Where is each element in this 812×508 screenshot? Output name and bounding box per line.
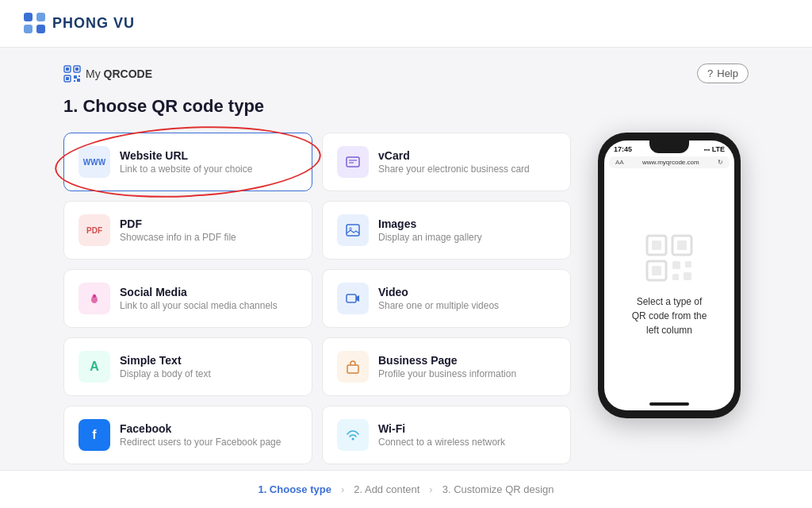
- step-sep-2: ›: [429, 483, 432, 495]
- help-button[interactable]: ? Help: [697, 64, 749, 83]
- svg-rect-8: [74, 80, 75, 82]
- header: PHONG VU: [0, 0, 812, 48]
- images-desc: Display an image gallery: [378, 232, 482, 243]
- vcard-icon: [337, 146, 369, 178]
- phone-content: Select a type ofQR code from theleft col…: [604, 171, 734, 399]
- content-layout: WWW Website URL Link to a website of you…: [63, 133, 749, 464]
- svg-rect-13: [347, 225, 359, 236]
- pdf-icon: PDF: [79, 214, 110, 246]
- qr-card-website-url[interactable]: WWW Website URL Link to a website of you…: [63, 133, 312, 191]
- website-url-icon: WWW: [79, 146, 110, 178]
- svg-rect-16: [347, 294, 356, 302]
- images-icon: [337, 214, 369, 246]
- main-content: My QRCODE ? Help 1. Choose QR code type …: [0, 48, 812, 508]
- phone-browser-bar: AA www.myqrcode.com ↻: [609, 156, 730, 168]
- svg-point-15: [93, 294, 96, 298]
- pdf-desc: Showcase info in a PDF file: [120, 232, 236, 243]
- svg-rect-5: [66, 77, 69, 80]
- svg-point-18: [352, 438, 354, 441]
- social-media-title: Social Media: [120, 286, 278, 298]
- social-media-desc: Link to all your social media channels: [120, 300, 278, 311]
- svg-rect-17: [347, 365, 358, 373]
- website-url-desc: Link to a website of your choice: [120, 164, 252, 175]
- svg-rect-24: [652, 266, 661, 275]
- wifi-desc: Connect to a wireless network: [378, 437, 505, 448]
- qr-card-images[interactable]: Images Display an image gallery: [322, 201, 571, 260]
- logo-dot-4: [36, 25, 45, 33]
- simple-text-text: Simple Text Display a body of text: [120, 354, 211, 379]
- business-page-desc: Profile your business information: [378, 368, 516, 379]
- logo-dot-2: [36, 13, 45, 21]
- qr-card-video[interactable]: Video Share one or multiple videos: [322, 269, 571, 328]
- myqr-qr-icon: [63, 65, 81, 83]
- vcard-title: vCard: [378, 149, 530, 162]
- section-title: 1. Choose QR code type: [63, 96, 749, 117]
- svg-rect-26: [685, 261, 691, 267]
- qr-card-facebook[interactable]: f Facebook Redirect users to your Facebo…: [63, 406, 312, 464]
- qr-card-wifi[interactable]: Wi-Fi Connect to a wireless network: [322, 406, 571, 464]
- simple-text-icon: A: [79, 351, 110, 383]
- pdf-title: PDF: [120, 217, 236, 230]
- svg-rect-20: [652, 241, 661, 250]
- logo-dot-3: [24, 25, 33, 33]
- svg-rect-9: [77, 79, 80, 82]
- facebook-title: Facebook: [120, 422, 281, 435]
- social-media-text: Social Media Link to all your social med…: [120, 286, 278, 311]
- wifi-icon: [337, 419, 369, 451]
- video-text: Video Share one or multiple videos: [378, 286, 499, 311]
- browser-aa: AA: [615, 159, 624, 166]
- video-icon: [337, 283, 369, 314]
- step-1-label: 1. Choose type: [258, 483, 331, 495]
- svg-rect-28: [684, 272, 691, 280]
- qr-card-social-media[interactable]: Social Media Link to all your social med…: [63, 269, 312, 328]
- video-title: Video: [378, 286, 499, 298]
- business-page-icon: [337, 351, 369, 383]
- wifi-text: Wi-Fi Connect to a wireless network: [378, 422, 505, 448]
- business-page-title: Business Page: [378, 354, 516, 367]
- svg-rect-22: [677, 241, 687, 250]
- qr-card-business-page[interactable]: Business Page Profile your business info…: [322, 337, 571, 396]
- svg-rect-7: [79, 75, 80, 77]
- website-url-text: Website URL Link to a website of your ch…: [120, 149, 252, 175]
- phone-mockup: 17:45 ▪▪▪ LTE AA www.myqrcode.com ↻: [590, 133, 749, 464]
- svg-rect-6: [74, 75, 77, 79]
- business-page-text: Business Page Profile your business info…: [378, 354, 516, 379]
- top-bar: My QRCODE ? Help: [63, 64, 749, 83]
- svg-rect-27: [672, 274, 679, 280]
- svg-rect-10: [347, 157, 359, 167]
- facebook-icon: f: [79, 419, 110, 451]
- simple-text-desc: Display a body of text: [120, 368, 211, 379]
- phone-message: Select a type ofQR code from theleft col…: [632, 294, 707, 337]
- browser-url: www.myqrcode.com: [642, 159, 699, 166]
- phone-notch: [649, 140, 689, 153]
- logo-icon: [24, 13, 46, 35]
- svg-rect-1: [66, 67, 69, 71]
- video-desc: Share one or multiple videos: [378, 300, 499, 311]
- myqr-label: My QRCODE: [86, 67, 152, 80]
- qr-placeholder-icon: [645, 234, 693, 282]
- bottom-nav: 1. Choose type › 2. Add content › 3. Cus…: [0, 470, 812, 508]
- phone-outer: 17:45 ▪▪▪ LTE AA www.myqrcode.com ↻: [598, 133, 741, 418]
- svg-rect-25: [672, 261, 680, 269]
- phone-time: 17:45: [614, 145, 632, 153]
- question-icon: ?: [707, 67, 713, 79]
- step-sep-1: ›: [341, 483, 344, 495]
- images-text: Images Display an image gallery: [378, 217, 482, 243]
- qr-type-grid: WWW Website URL Link to a website of you…: [63, 133, 571, 464]
- pdf-text: PDF Showcase info in a PDF file: [120, 217, 236, 243]
- qr-card-vcard[interactable]: vCard Share your electronic business car…: [322, 133, 571, 191]
- logo-dot-1: [24, 13, 33, 21]
- qr-card-pdf[interactable]: PDF PDF Showcase info in a PDF file: [63, 201, 312, 260]
- step-2-label: 2. Add content: [354, 483, 419, 495]
- facebook-desc: Redirect users to your Facebook page: [120, 437, 281, 448]
- facebook-text: Facebook Redirect users to your Facebook…: [120, 422, 281, 448]
- logo: PHONG VU: [24, 13, 135, 35]
- phone-home-indicator: [649, 402, 689, 406]
- images-title: Images: [378, 217, 482, 230]
- website-url-title: Website URL: [120, 149, 252, 162]
- qr-card-simple-text[interactable]: A Simple Text Display a body of text: [63, 337, 312, 396]
- myqr-title: My QRCODE: [63, 65, 152, 83]
- simple-text-title: Simple Text: [120, 354, 211, 367]
- browser-refresh-icon: ↻: [718, 159, 723, 166]
- social-media-icon: [79, 283, 110, 314]
